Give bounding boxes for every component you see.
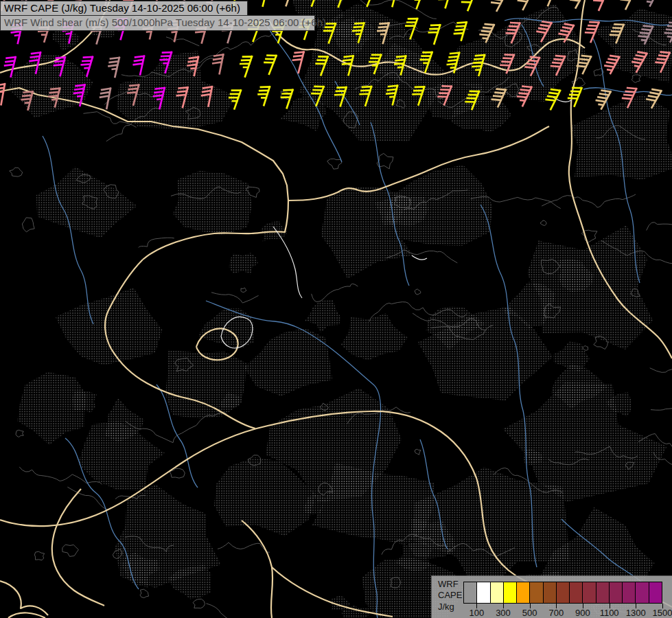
title-line-windshear: WRF Wind shear (m/s) 500/1000hPa Tuesday… (4, 16, 326, 28)
legend-label-unit: J/kg (438, 602, 454, 612)
legend-panel: WRF CAPE J/kg 10030050070090011001300150… (431, 575, 672, 618)
legend-color-step (491, 582, 504, 603)
legend-tick-label: 1100 (596, 608, 623, 618)
legend-color-step (504, 582, 517, 603)
legend-color-step (596, 582, 610, 603)
legend-color-step (570, 582, 583, 603)
subtitle-box: WRF Wind shear (m/s) 500/1000hPa Tuesday… (0, 15, 315, 31)
legend-label-wrf: WRF (438, 579, 459, 589)
legend-tick-label: 300 (489, 608, 517, 618)
legend-color-step (517, 582, 530, 603)
legend-tick-label: 500 (516, 608, 544, 618)
legend-color-step (623, 582, 636, 603)
legend-tick-label: 100 (463, 608, 490, 618)
legend-tick-label: 1500 (649, 608, 672, 618)
legend-color-step (544, 582, 557, 603)
map-canvas (0, 0, 672, 618)
legend-tick-label: 700 (542, 608, 570, 618)
legend-tick-label: 900 (569, 608, 596, 618)
title-box: WRF CAPE (J/kg) Tuesday 14-10-2025 06:00… (0, 1, 248, 16)
legend-color-step (530, 582, 543, 603)
legend-tick-label: 1300 (622, 608, 649, 618)
legend-color-step (583, 582, 596, 603)
legend-color-step (464, 582, 477, 603)
legend-color-step (649, 582, 662, 603)
legend-color-step (610, 582, 623, 603)
legend-color-step (636, 582, 649, 603)
legend-color-step (477, 582, 490, 603)
weather-map-app: WRF CAPE (J/kg) Tuesday 14-10-2025 06:00… (0, 0, 672, 618)
legend-color-step (557, 582, 570, 603)
title-line-cape: WRF CAPE (J/kg) Tuesday 14-10-2025 06:00… (4, 2, 240, 14)
cape-colorbar (463, 582, 662, 604)
legend-label-cape: CAPE (438, 590, 462, 600)
